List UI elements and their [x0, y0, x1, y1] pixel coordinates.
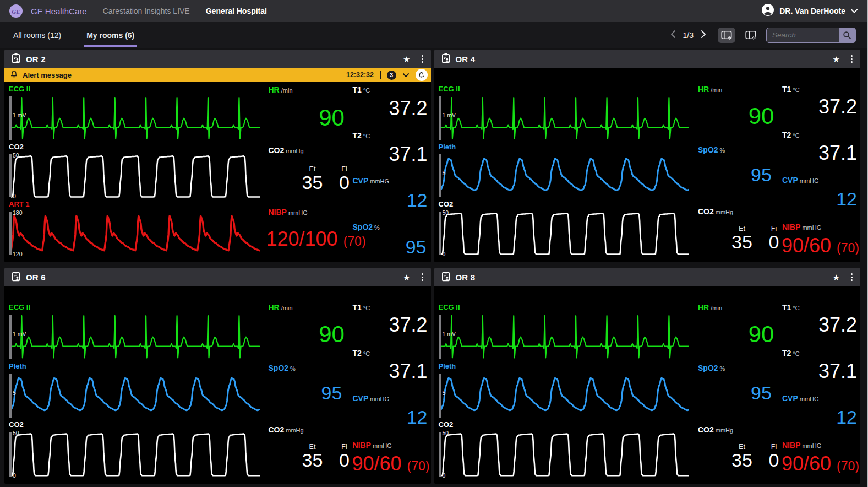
t2-value: 37.1 [389, 361, 427, 381]
waveform-scale-bar: 1 mV [9, 315, 12, 359]
tab-my-rooms[interactable]: My rooms (6) [84, 23, 137, 47]
hr-value: 90 [296, 323, 368, 346]
room-clipboard-icon [441, 271, 451, 284]
alert-time: 12:32:32 [346, 71, 374, 79]
cvp-value: 12 [407, 408, 428, 426]
t2-label: T2°C [353, 349, 370, 357]
favorite-star-icon[interactable]: ★ [833, 273, 840, 282]
waveform-label: CO2 [439, 419, 690, 430]
room-title: OR 8 [456, 273, 476, 282]
waveform-label: CO2 [439, 199, 690, 210]
grid-layout-icon[interactable] [718, 28, 735, 43]
user-name: DR. Van DerHoote [779, 7, 845, 15]
cvp-value: 12 [836, 190, 857, 208]
co2-label: CO2mmHg [269, 426, 304, 434]
divider [380, 71, 381, 79]
numerics-panel: HR/min 90 T1°C 37.2 T2°C 37.1 SpO2% 95 C… [692, 286, 860, 484]
waveform-column: ECG II 1 mV Pleth [434, 286, 693, 484]
waveform-scale-bar: 180 120 [9, 212, 12, 255]
favorite-star-icon[interactable]: ★ [833, 55, 840, 63]
favorite-star-icon[interactable]: ★ [403, 55, 410, 63]
waveform-scale-bar: 50 0 [439, 212, 441, 255]
cvp-label: CVPmmHG [353, 177, 390, 185]
t2-label: T2°C [782, 131, 800, 139]
tab-all-rooms[interactable]: All rooms (12) [11, 23, 63, 47]
etco2-value: 35 [296, 451, 329, 469]
waveform-label: Pleth [439, 142, 690, 153]
waveform-column: ECG II 1 mV Pleth [4, 286, 263, 484]
waveform-label: ECG II [439, 302, 690, 313]
tile-header: OR 2 ★ [4, 50, 431, 68]
t1-label: T1°C [782, 304, 800, 311]
more-menu-icon[interactable] [851, 55, 853, 63]
alert-message: Alert message [23, 71, 72, 79]
or-tile-6: OR 6 ★ ECG II 1 mV [4, 268, 431, 484]
t1-label: T1°C [353, 86, 370, 94]
more-menu-icon[interactable] [422, 273, 423, 281]
t1-value: 37.2 [389, 99, 427, 118]
page-indicator: 1/3 [683, 31, 694, 40]
chevron-left-icon[interactable] [670, 30, 676, 41]
more-menu-icon[interactable] [851, 273, 853, 281]
chevron-down-icon[interactable] [402, 70, 410, 80]
co2-waveform [441, 430, 690, 478]
grid-layout-alt-icon[interactable] [742, 28, 760, 43]
alert-banner[interactable]: Alert message 12:32:32 3 [4, 68, 431, 82]
alert-silence-button[interactable] [416, 69, 428, 81]
divider [198, 6, 198, 16]
t2-value: 37.1 [818, 143, 857, 163]
co2-waveform [441, 210, 690, 257]
search-input[interactable] [767, 31, 839, 39]
waveform-scale-bar: 50 0 [439, 432, 441, 477]
waveform-label: Pleth [9, 361, 260, 372]
user-menu[interactable]: DR. Van DerHoote [761, 3, 858, 19]
waveform-scale-bar: 50 0 [9, 432, 12, 477]
waveform-column: ECG II 1 mV CO2 50 [4, 82, 263, 262]
numerics-panel: HR/min 90 T1°C 37.2 T2°C 37.1 SpO2% 95 C… [263, 286, 431, 484]
waveform-label: CO2 [9, 419, 260, 430]
cvp-label: CVPmmHG [353, 394, 390, 402]
alert-bell-icon [10, 70, 18, 80]
rooms-grid: OR 2 ★ Alert message 12:32:32 3 [4, 50, 860, 484]
waveform-row: CO2 50 0 [439, 419, 690, 478]
waveform-scale-bar: 1 mV [9, 96, 12, 140]
search-icon[interactable] [839, 28, 855, 42]
pleth-waveform [441, 153, 690, 199]
t2-label: T2°C [353, 132, 370, 139]
waveform-row: Pleth 5 [9, 361, 260, 420]
room-clipboard-icon [11, 53, 21, 66]
spo2-label: SpO2% [698, 146, 725, 154]
favorite-star-icon[interactable]: ★ [403, 273, 410, 282]
waveform-row: Pleth 5 [439, 361, 690, 420]
hr-label: HR/min [269, 86, 293, 94]
chevron-right-icon[interactable] [700, 30, 707, 41]
waveform-row: ECG II 1 mV [9, 84, 260, 142]
tile-header: OR 4 ★ [434, 50, 861, 68]
nibp-value: 90/60 (70) [782, 236, 859, 256]
chevron-down-icon [850, 6, 858, 16]
hr-value: 90 [725, 105, 797, 128]
tile-header: OR 8 ★ [434, 268, 861, 286]
t1-value: 37.2 [389, 315, 427, 335]
waveform-row: ECG II 1 mV [439, 84, 690, 142]
t1-label: T1°C [782, 85, 800, 93]
nibp-mean-value: (70) [837, 241, 859, 255]
hr-label: HR/min [698, 304, 722, 311]
rooms-toolbar: All rooms (12) My rooms (6) 1/3 [0, 22, 867, 48]
app-bar: GE GE HealthCare Carestation Insights LI… [0, 0, 867, 22]
numerics-panel: HR/min 90 T1°C 37.2 T2°C 37.1 SpO2% 95 C… [692, 68, 860, 262]
ecg-waveform [441, 313, 690, 361]
nibp-mean-value: (70) [407, 459, 430, 473]
nibp-label: NIBPmmHG [353, 441, 392, 449]
numerics-panel: HR/min 90 T1°C 37.2 T2°C 37.1 CO2mmHg Et… [263, 82, 431, 262]
hr-label: HR/min [269, 304, 293, 311]
t2-label: T2°C [782, 349, 800, 357]
nibp-value: 90/60 (70) [352, 454, 429, 474]
hr-value: 90 [725, 323, 797, 346]
more-menu-icon[interactable] [422, 55, 423, 63]
waveform-column: ECG II 1 mV Pleth [434, 68, 693, 262]
room-title: OR 4 [456, 55, 476, 64]
svg-text:GE: GE [12, 8, 20, 15]
waveform-scale-bar: 1 mV [439, 315, 441, 359]
etco2-value: 35 [296, 173, 329, 192]
